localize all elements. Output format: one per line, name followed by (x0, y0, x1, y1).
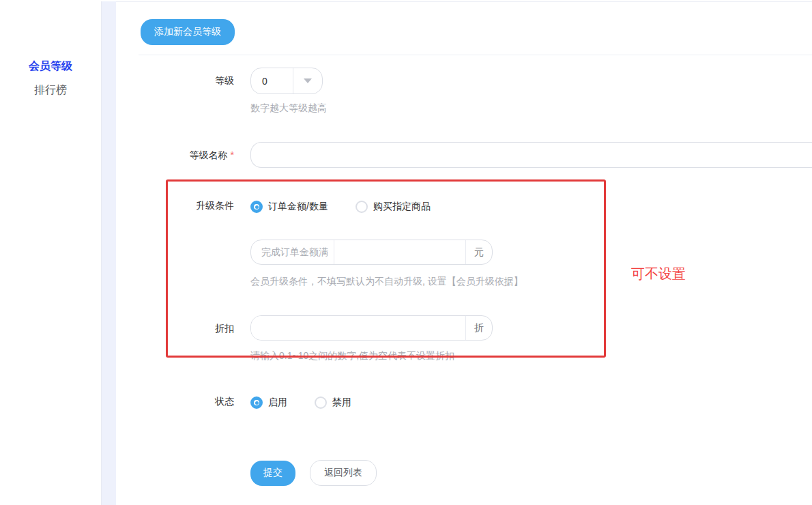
required-asterisk: * (231, 149, 234, 160)
level-select-arrow-segment[interactable] (293, 68, 322, 93)
level-select[interactable]: 0 (250, 68, 323, 94)
level-label: 等级 (139, 68, 234, 87)
order-amount-row: 完成订单金额满 元 会员升级条件，不填写默认为不自动升级, 设置【会员升级依据】 (139, 240, 812, 288)
order-amount-suffix-yuan: 元 (465, 240, 492, 264)
upgrade-condition-row: 升级条件 订单金额/数量 购买指定商品 (139, 199, 812, 214)
status-label: 状态 (139, 395, 234, 408)
radio-selected-icon (250, 396, 263, 409)
radio-order-amount[interactable]: 订单金额/数量 (250, 201, 328, 213)
actions-row: 提交 返回列表 (139, 460, 812, 486)
order-amount-input[interactable] (334, 240, 465, 264)
member-level-page: 会员等级 排行榜 添加新会员等级 等级 0 数字越大等级越高 (0, 0, 812, 505)
radio-unselected-icon (315, 396, 327, 409)
toolbar-divider (139, 55, 812, 55)
level-name-label: 等级名称* (139, 142, 234, 162)
sidebar-gutter (101, 1, 116, 505)
level-hint: 数字越大等级越高 (250, 102, 327, 115)
upgrade-condition-label: 升级条件 (139, 199, 234, 212)
discount-input-group: 折 (250, 315, 493, 341)
toolbar: 添加新会员等级 (116, 2, 812, 45)
level-name-input[interactable] (250, 142, 812, 168)
discount-hint: 请输入0.1~10之间的数字,值为空代表不设置折扣 (250, 350, 493, 362)
sidebar-item-member-level[interactable]: 会员等级 (0, 55, 101, 78)
annotation-optional-note: 可不设置 (631, 265, 686, 283)
order-amount-prepend: 完成订单金额满 (251, 240, 334, 264)
member-level-form: 等级 0 数字越大等级越高 等级名称* (139, 68, 812, 486)
level-select-value: 0 (251, 68, 293, 93)
radio-specified-goods[interactable]: 购买指定商品 (356, 201, 431, 213)
main-content: 添加新会员等级 等级 0 数字越大等级越高 (116, 1, 812, 505)
discount-row: 折扣 折 请输入0.1~10之间的数字,值为空代表不设置折扣 (139, 315, 812, 362)
level-name-row: 等级名称* (139, 142, 812, 168)
discount-input[interactable] (251, 316, 465, 340)
radio-unselected-icon (356, 201, 368, 213)
add-member-level-button[interactable]: 添加新会员等级 (141, 19, 235, 45)
upgrade-condition-hint: 会员升级条件，不填写默认为不自动升级, 设置【会员升级依据】 (250, 276, 523, 288)
discount-label: 折扣 (139, 315, 234, 335)
order-amount-input-group: 完成订单金额满 元 (250, 240, 493, 265)
submit-button[interactable]: 提交 (250, 461, 295, 486)
sidebar-item-ranking[interactable]: 排行榜 (0, 78, 101, 102)
status-row: 状态 启用 禁用 (139, 395, 812, 409)
radio-status-disabled[interactable]: 禁用 (315, 396, 351, 409)
back-to-list-button[interactable]: 返回列表 (310, 460, 377, 486)
discount-suffix-zhe: 折 (465, 316, 492, 340)
chevron-down-icon (304, 78, 312, 83)
level-row: 等级 0 数字越大等级越高 (139, 68, 812, 115)
radio-selected-icon (250, 201, 263, 213)
sidebar: 会员等级 排行榜 (0, 0, 101, 505)
radio-status-enabled[interactable]: 启用 (250, 396, 287, 409)
